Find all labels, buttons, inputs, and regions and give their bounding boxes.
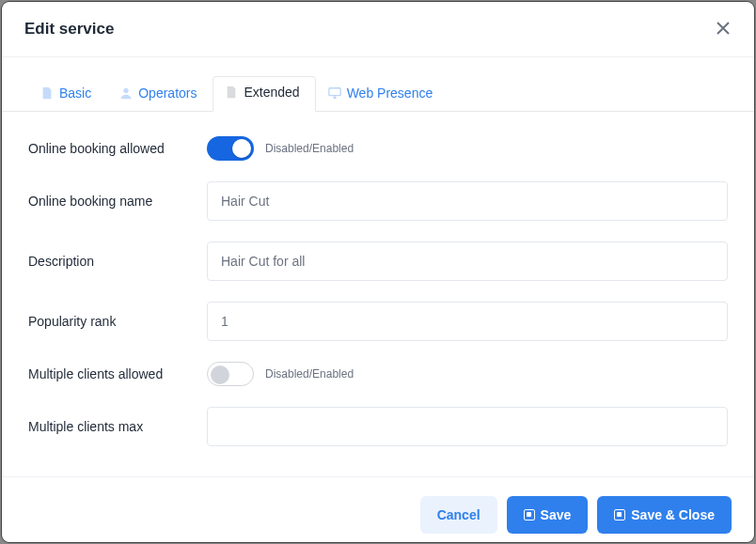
toggle-knob	[232, 139, 251, 158]
tab-label: Extended	[244, 85, 299, 100]
label-online-booking-allowed: Online booking allowed	[28, 141, 207, 156]
form-area: Online booking allowed Disabled/Enabled …	[2, 112, 754, 476]
label-multiple-clients-allowed: Multiple clients allowed	[28, 366, 207, 381]
tab-web-presence[interactable]: Web Presence	[316, 76, 449, 112]
row-description: Description	[28, 241, 728, 281]
input-multiple-clients-max[interactable]	[207, 407, 728, 446]
modal-header: Edit service	[2, 2, 754, 57]
tab-operators[interactable]: Operators	[107, 76, 213, 112]
modal-footer: Cancel Save Save & Close	[2, 476, 754, 544]
tab-bar: Basic Operators Extended Web Presence	[2, 57, 754, 112]
toggle-knob	[211, 365, 229, 384]
monitor-icon	[328, 86, 341, 100]
tab-label: Operators	[138, 85, 197, 101]
tab-label: Basic	[59, 85, 91, 101]
edit-service-modal: Edit service Basic Operators Extended	[2, 2, 754, 542]
toggle-hint: Disabled/Enabled	[265, 367, 354, 381]
row-multiple-clients-max: Multiple clients max	[28, 407, 728, 446]
label-online-booking-name: Online booking name	[28, 194, 207, 209]
toggle-hint: Disabled/Enabled	[265, 142, 354, 155]
save-icon	[524, 509, 535, 521]
file-icon	[225, 85, 238, 99]
close-icon	[717, 22, 730, 35]
cancel-button[interactable]: Cancel	[420, 496, 497, 534]
row-popularity-rank: Popularity rank	[28, 302, 728, 341]
input-online-booking-name[interactable]	[207, 181, 728, 221]
toggle-online-booking-allowed[interactable]	[207, 136, 254, 161]
row-multiple-clients-allowed: Multiple clients allowed Disabled/Enable…	[28, 362, 728, 386]
input-description[interactable]	[207, 241, 728, 281]
svg-rect-1	[329, 87, 340, 95]
save-and-close-button[interactable]: Save & Close	[597, 496, 732, 534]
row-online-booking-name: Online booking name	[28, 181, 728, 221]
label-multiple-clients-max: Multiple clients max	[28, 419, 207, 434]
user-icon	[119, 86, 133, 100]
button-label: Save	[541, 507, 572, 522]
modal-title: Edit service	[24, 20, 114, 39]
button-label: Cancel	[437, 507, 480, 522]
row-online-booking-allowed: Online booking allowed Disabled/Enabled	[28, 136, 728, 161]
tab-label: Web Presence	[347, 85, 433, 101]
tab-extended[interactable]: Extended	[213, 76, 315, 112]
label-popularity-rank: Popularity rank	[28, 314, 207, 329]
save-button[interactable]: Save	[507, 496, 589, 534]
tab-basic[interactable]: Basic	[28, 76, 107, 112]
label-description: Description	[28, 254, 207, 269]
save-icon	[614, 509, 625, 521]
toggle-multiple-clients-allowed[interactable]	[207, 362, 254, 386]
input-popularity-rank[interactable]	[207, 302, 728, 341]
close-button[interactable]	[713, 19, 733, 39]
svg-point-0	[124, 87, 129, 92]
file-icon	[40, 86, 54, 100]
button-label: Save & Close	[631, 507, 715, 522]
